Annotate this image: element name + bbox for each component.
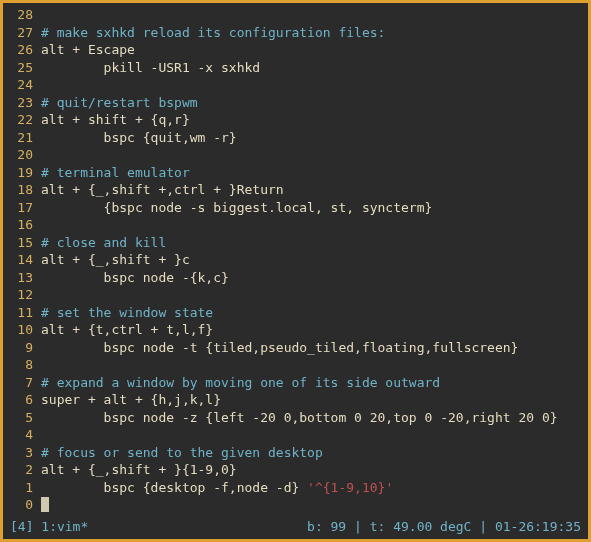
line-text <box>35 356 41 374</box>
code-line: 4 <box>9 426 582 444</box>
code-line: 16 <box>9 216 582 234</box>
code-line: 6 super + alt + {h,j,k,l} <box>9 391 582 409</box>
line-number: 24 <box>9 76 35 94</box>
code-line: 8 <box>9 356 582 374</box>
code-line: 12 <box>9 286 582 304</box>
status-left: [4] 1:vim* <box>10 518 88 536</box>
code-line: 24 <box>9 76 582 94</box>
line-number: 8 <box>9 356 35 374</box>
code-line: 18 alt + {_,shift +,ctrl + }Return <box>9 181 582 199</box>
line-text: pkill -USR1 -x sxhkd <box>35 59 260 77</box>
code-line: 20 <box>9 146 582 164</box>
cursor-block <box>41 497 49 512</box>
line-text <box>35 76 41 94</box>
line-number: 4 <box>9 426 35 444</box>
line-number: 7 <box>9 374 35 392</box>
code-line: 23 # quit/restart bspwm <box>9 94 582 112</box>
code-line: 25 pkill -USR1 -x sxhkd <box>9 59 582 77</box>
code-line: 13 bspc node -{k,c} <box>9 269 582 287</box>
line-text: bspc node -t {tiled,pseudo_tiled,floatin… <box>35 339 518 357</box>
code-line: 11 # set the window state <box>9 304 582 322</box>
line-text: bspc {desktop -f,node -d} '^{1-9,10}' <box>35 479 393 497</box>
line-text <box>35 216 41 234</box>
line-number: 3 <box>9 444 35 462</box>
code-line: 3 # focus or send to the given desktop <box>9 444 582 462</box>
code-line: 5 bspc node -z {left -20 0,bottom 0 20,t… <box>9 409 582 427</box>
line-text: # close and kill <box>35 234 166 252</box>
line-number: 28 <box>9 6 35 24</box>
line-text: alt + Escape <box>35 41 135 59</box>
code-line: 28 <box>9 6 582 24</box>
line-text: # set the window state <box>35 304 213 322</box>
terminal-window: 28 27 # make sxhkd reload its configurat… <box>0 0 591 542</box>
code-line: 17 {bspc node -s biggest.local, st, sync… <box>9 199 582 217</box>
line-number: 1 <box>9 479 35 497</box>
line-number: 23 <box>9 94 35 112</box>
line-number: 22 <box>9 111 35 129</box>
line-number: 6 <box>9 391 35 409</box>
line-number: 17 <box>9 199 35 217</box>
code-line: 2 alt + {_,shift + }{1-9,0} <box>9 461 582 479</box>
code-line: 7 # expand a window by moving one of its… <box>9 374 582 392</box>
line-number: 13 <box>9 269 35 287</box>
line-text: # quit/restart bspwm <box>35 94 198 112</box>
line-number: 5 <box>9 409 35 427</box>
code-line: 26 alt + Escape <box>9 41 582 59</box>
line-text: # terminal emulator <box>35 164 190 182</box>
line-text: alt + {t,ctrl + t,l,f} <box>35 321 213 339</box>
line-text <box>35 426 41 444</box>
line-text <box>35 6 41 24</box>
line-number: 9 <box>9 339 35 357</box>
line-number: 0 <box>9 496 35 514</box>
line-text: super + alt + {h,j,k,l} <box>35 391 221 409</box>
line-number: 18 <box>9 181 35 199</box>
tmux-status-bar: [4] 1:vim* b: 99 | t: 49.00 degC | 01-26… <box>6 517 585 536</box>
line-number: 10 <box>9 321 35 339</box>
line-number: 12 <box>9 286 35 304</box>
line-text <box>35 496 49 514</box>
line-number: 21 <box>9 129 35 147</box>
line-text: # focus or send to the given desktop <box>35 444 323 462</box>
cursor-line: 0 <box>9 496 582 514</box>
line-number: 20 <box>9 146 35 164</box>
code-line: 22 alt + shift + {q,r} <box>9 111 582 129</box>
line-text: alt + {_,shift + }c <box>35 251 190 269</box>
line-number: 25 <box>9 59 35 77</box>
line-number: 14 <box>9 251 35 269</box>
line-text <box>35 286 41 304</box>
line-text: bspc node -{k,c} <box>35 269 229 287</box>
line-text: bspc {quit,wm -r} <box>35 129 237 147</box>
line-text: alt + {_,shift + }{1-9,0} <box>35 461 237 479</box>
line-text <box>35 146 41 164</box>
status-right: b: 99 | t: 49.00 degC | 01-26:19:35 <box>307 518 581 536</box>
line-number: 2 <box>9 461 35 479</box>
line-text: alt + {_,shift +,ctrl + }Return <box>35 181 284 199</box>
line-number: 11 <box>9 304 35 322</box>
line-text: alt + shift + {q,r} <box>35 111 190 129</box>
code-line: 1 bspc {desktop -f,node -d} '^{1-9,10}' <box>9 479 582 497</box>
line-text: # expand a window by moving one of its s… <box>35 374 440 392</box>
line-text: {bspc node -s biggest.local, st, syncter… <box>35 199 432 217</box>
line-text: bspc node -z {left -20 0,bottom 0 20,top… <box>35 409 558 427</box>
code-line: 9 bspc node -t {tiled,pseudo_tiled,float… <box>9 339 582 357</box>
line-number: 26 <box>9 41 35 59</box>
line-number: 27 <box>9 24 35 42</box>
code-line: 10 alt + {t,ctrl + t,l,f} <box>9 321 582 339</box>
code-line: 14 alt + {_,shift + }c <box>9 251 582 269</box>
line-number: 19 <box>9 164 35 182</box>
line-number: 15 <box>9 234 35 252</box>
code-line: 19 # terminal emulator <box>9 164 582 182</box>
editor-area[interactable]: 28 27 # make sxhkd reload its configurat… <box>3 3 588 514</box>
line-number: 16 <box>9 216 35 234</box>
code-line: 27 # make sxhkd reload its configuration… <box>9 24 582 42</box>
line-text: # make sxhkd reload its configuration fi… <box>35 24 385 42</box>
code-line: 15 # close and kill <box>9 234 582 252</box>
code-line: 21 bspc {quit,wm -r} <box>9 129 582 147</box>
